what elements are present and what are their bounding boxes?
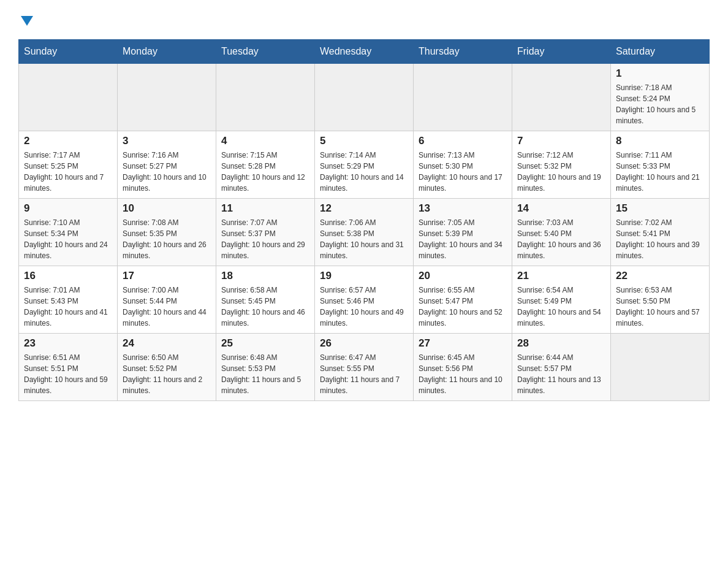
calendar-cell: [414, 64, 512, 131]
calendar-header-row: SundayMondayTuesdayWednesdayThursdayFrid…: [19, 40, 710, 64]
day-number: 14: [517, 202, 605, 215]
day-number: 17: [123, 270, 211, 282]
day-number: 13: [419, 202, 507, 215]
calendar-cell: 27Sunrise: 6:45 AMSunset: 5:56 PMDayligh…: [414, 334, 512, 401]
calendar-cell: 22Sunrise: 6:53 AMSunset: 5:50 PMDayligh…: [611, 266, 710, 334]
day-info: Sunrise: 7:12 AMSunset: 5:32 PMDaylight:…: [517, 150, 605, 194]
day-info: Sunrise: 7:06 AMSunset: 5:38 PMDaylight:…: [320, 217, 408, 261]
calendar-cell: 19Sunrise: 6:57 AMSunset: 5:46 PMDayligh…: [315, 266, 414, 334]
calendar-cell: [118, 64, 216, 131]
day-info: Sunrise: 6:50 AMSunset: 5:52 PMDaylight:…: [123, 352, 211, 396]
day-info: Sunrise: 6:55 AMSunset: 5:47 PMDaylight:…: [419, 285, 507, 329]
day-number: 19: [320, 270, 408, 282]
day-info: Sunrise: 6:45 AMSunset: 5:56 PMDaylight:…: [419, 352, 507, 396]
day-info: Sunrise: 7:10 AMSunset: 5:34 PMDaylight:…: [24, 217, 112, 261]
day-number: 26: [320, 337, 408, 350]
calendar-cell: 13Sunrise: 7:05 AMSunset: 5:39 PMDayligh…: [414, 199, 512, 266]
calendar-cell: 26Sunrise: 6:47 AMSunset: 5:55 PMDayligh…: [315, 334, 414, 401]
day-number: 1: [616, 67, 704, 80]
day-number: 2: [24, 135, 112, 147]
day-info: Sunrise: 6:48 AMSunset: 5:53 PMDaylight:…: [221, 352, 309, 396]
calendar-cell: 15Sunrise: 7:02 AMSunset: 5:41 PMDayligh…: [611, 199, 710, 266]
day-number: 22: [616, 270, 704, 282]
calendar-cell: 4Sunrise: 7:15 AMSunset: 5:28 PMDaylight…: [216, 131, 315, 199]
logo-general-line: [18, 12, 33, 28]
day-number: 27: [419, 337, 507, 350]
day-header-wednesday: Wednesday: [315, 40, 414, 64]
day-header-friday: Friday: [512, 40, 611, 64]
day-number: 24: [123, 337, 211, 350]
logo: [18, 12, 33, 28]
day-info: Sunrise: 6:51 AMSunset: 5:51 PMDaylight:…: [24, 352, 112, 396]
calendar-cell: 14Sunrise: 7:03 AMSunset: 5:40 PMDayligh…: [512, 199, 611, 266]
day-info: Sunrise: 7:15 AMSunset: 5:28 PMDaylight:…: [221, 150, 309, 194]
calendar-cell: 17Sunrise: 7:00 AMSunset: 5:44 PMDayligh…: [118, 266, 216, 334]
day-number: 3: [123, 135, 211, 147]
day-header-monday: Monday: [118, 40, 216, 64]
day-number: 9: [24, 202, 112, 215]
day-info: Sunrise: 7:11 AMSunset: 5:33 PMDaylight:…: [616, 150, 704, 194]
day-number: 20: [419, 270, 507, 282]
calendar-cell: 9Sunrise: 7:10 AMSunset: 5:34 PMDaylight…: [19, 199, 118, 266]
calendar-week-row: 1Sunrise: 7:18 AMSunset: 5:24 PMDaylight…: [19, 64, 710, 131]
calendar-cell: 21Sunrise: 6:54 AMSunset: 5:49 PMDayligh…: [512, 266, 611, 334]
calendar-cell: 8Sunrise: 7:11 AMSunset: 5:33 PMDaylight…: [611, 131, 710, 199]
calendar-table: SundayMondayTuesdayWednesdayThursdayFrid…: [18, 39, 710, 401]
day-number: 6: [419, 135, 507, 147]
calendar-cell: 16Sunrise: 7:01 AMSunset: 5:43 PMDayligh…: [19, 266, 118, 334]
day-number: 10: [123, 202, 211, 215]
calendar-cell: [19, 64, 118, 131]
calendar-cell: 7Sunrise: 7:12 AMSunset: 5:32 PMDaylight…: [512, 131, 611, 199]
day-info: Sunrise: 6:47 AMSunset: 5:55 PMDaylight:…: [320, 352, 408, 396]
calendar-cell: 2Sunrise: 7:17 AMSunset: 5:25 PMDaylight…: [19, 131, 118, 199]
day-header-thursday: Thursday: [414, 40, 512, 64]
day-info: Sunrise: 6:57 AMSunset: 5:46 PMDaylight:…: [320, 285, 408, 329]
calendar-cell: [512, 64, 611, 131]
day-number: 18: [221, 270, 309, 282]
day-number: 15: [616, 202, 704, 215]
day-header-tuesday: Tuesday: [216, 40, 315, 64]
calendar-cell: 28Sunrise: 6:44 AMSunset: 5:57 PMDayligh…: [512, 334, 611, 401]
day-info: Sunrise: 6:54 AMSunset: 5:49 PMDaylight:…: [517, 285, 605, 329]
calendar-cell: 23Sunrise: 6:51 AMSunset: 5:51 PMDayligh…: [19, 334, 118, 401]
calendar-cell: [611, 334, 710, 401]
day-number: 11: [221, 202, 309, 215]
day-info: Sunrise: 6:53 AMSunset: 5:50 PMDaylight:…: [616, 285, 704, 329]
calendar-cell: 20Sunrise: 6:55 AMSunset: 5:47 PMDayligh…: [414, 266, 512, 334]
day-number: 21: [517, 270, 605, 282]
calendar-cell: 6Sunrise: 7:13 AMSunset: 5:30 PMDaylight…: [414, 131, 512, 199]
day-info: Sunrise: 7:14 AMSunset: 5:29 PMDaylight:…: [320, 150, 408, 194]
day-info: Sunrise: 7:17 AMSunset: 5:25 PMDaylight:…: [24, 150, 112, 194]
day-info: Sunrise: 7:18 AMSunset: 5:24 PMDaylight:…: [616, 82, 704, 126]
calendar-cell: 1Sunrise: 7:18 AMSunset: 5:24 PMDaylight…: [611, 64, 710, 131]
day-number: 5: [320, 135, 408, 147]
day-header-saturday: Saturday: [611, 40, 710, 64]
calendar-cell: 5Sunrise: 7:14 AMSunset: 5:29 PMDaylight…: [315, 131, 414, 199]
calendar-cell: 24Sunrise: 6:50 AMSunset: 5:52 PMDayligh…: [118, 334, 216, 401]
calendar-cell: 12Sunrise: 7:06 AMSunset: 5:38 PMDayligh…: [315, 199, 414, 266]
day-number: 8: [616, 135, 704, 147]
calendar-week-row: 9Sunrise: 7:10 AMSunset: 5:34 PMDaylight…: [19, 199, 710, 266]
calendar-cell: [216, 64, 315, 131]
day-info: Sunrise: 7:03 AMSunset: 5:40 PMDaylight:…: [517, 217, 605, 261]
day-number: 12: [320, 202, 408, 215]
day-info: Sunrise: 7:00 AMSunset: 5:44 PMDaylight:…: [123, 285, 211, 329]
day-number: 4: [221, 135, 309, 147]
page-header: [18, 12, 710, 28]
day-info: Sunrise: 7:16 AMSunset: 5:27 PMDaylight:…: [123, 150, 211, 194]
day-number: 28: [517, 337, 605, 350]
day-info: Sunrise: 6:44 AMSunset: 5:57 PMDaylight:…: [517, 352, 605, 396]
calendar-week-row: 23Sunrise: 6:51 AMSunset: 5:51 PMDayligh…: [19, 334, 710, 401]
calendar-cell: [315, 64, 414, 131]
calendar-cell: 25Sunrise: 6:48 AMSunset: 5:53 PMDayligh…: [216, 334, 315, 401]
logo-triangle-icon: [21, 16, 33, 26]
day-info: Sunrise: 7:01 AMSunset: 5:43 PMDaylight:…: [24, 285, 112, 329]
calendar-cell: 10Sunrise: 7:08 AMSunset: 5:35 PMDayligh…: [118, 199, 216, 266]
calendar-cell: 3Sunrise: 7:16 AMSunset: 5:27 PMDaylight…: [118, 131, 216, 199]
calendar-cell: 11Sunrise: 7:07 AMSunset: 5:37 PMDayligh…: [216, 199, 315, 266]
day-number: 16: [24, 270, 112, 282]
day-info: Sunrise: 7:13 AMSunset: 5:30 PMDaylight:…: [419, 150, 507, 194]
calendar-week-row: 16Sunrise: 7:01 AMSunset: 5:43 PMDayligh…: [19, 266, 710, 334]
day-number: 25: [221, 337, 309, 350]
day-info: Sunrise: 7:08 AMSunset: 5:35 PMDaylight:…: [123, 217, 211, 261]
